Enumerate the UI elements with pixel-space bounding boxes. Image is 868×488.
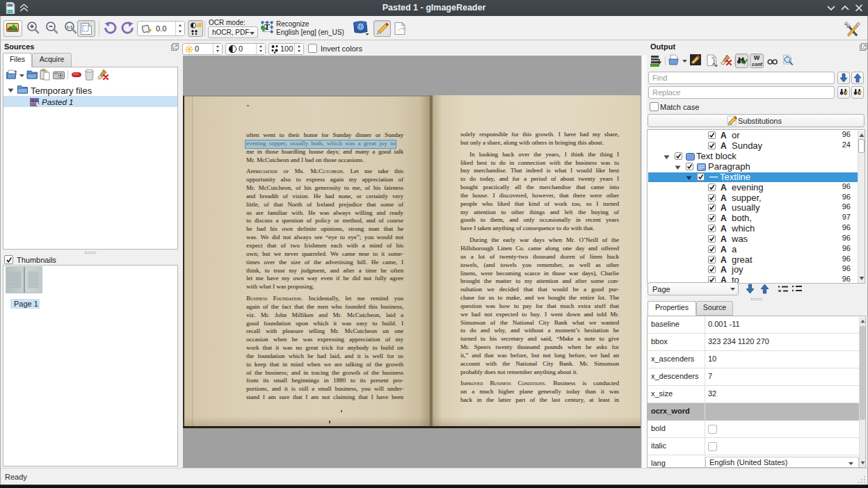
svg-text:1:1: 1:1 <box>67 25 73 29</box>
svg-text:T: T <box>264 22 270 32</box>
